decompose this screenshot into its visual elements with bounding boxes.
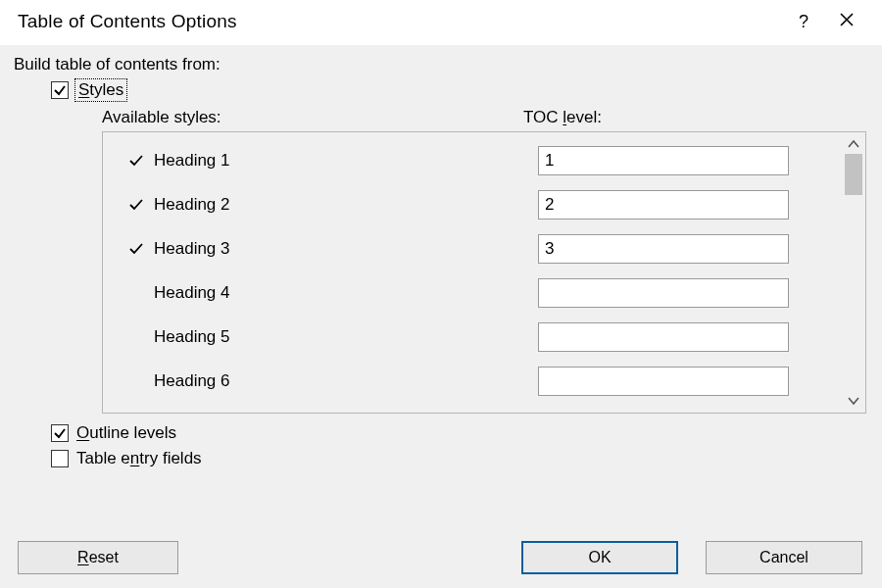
style-row: Heading 1 bbox=[122, 138, 822, 182]
dialog-footer: Reset OK Cancel bbox=[0, 535, 882, 588]
close-icon bbox=[839, 12, 855, 32]
toc-level-header: TOC level: bbox=[523, 108, 602, 127]
check-icon bbox=[53, 426, 67, 440]
styles-checkbox-label: Styles bbox=[76, 80, 125, 100]
style-row: Heading 4 bbox=[122, 270, 822, 315]
lower-options: Outline levels Table entry fields bbox=[51, 423, 866, 474]
style-used-check bbox=[122, 199, 150, 211]
check-icon bbox=[129, 243, 143, 255]
style-name: Heading 2 bbox=[150, 195, 538, 215]
scroll-down-icon[interactable] bbox=[848, 391, 859, 411]
cancel-button[interactable]: Cancel bbox=[706, 541, 862, 574]
styles-checkbox-row[interactable]: Styles bbox=[51, 80, 866, 100]
outline-levels-checkbox[interactable] bbox=[51, 424, 69, 442]
style-used-check bbox=[122, 243, 150, 255]
style-name: Heading 3 bbox=[150, 239, 538, 259]
outline-levels-label: Outline levels bbox=[76, 423, 176, 443]
reset-button[interactable]: Reset bbox=[18, 541, 178, 574]
style-name: Heading 1 bbox=[150, 151, 538, 171]
styles-checkbox[interactable] bbox=[51, 81, 69, 99]
check-icon bbox=[129, 199, 143, 211]
style-row: Heading 3 bbox=[122, 226, 822, 270]
styles-list-body: Heading 1 Heading 2 Heading 3 Heading 4 bbox=[103, 132, 842, 413]
styles-list: Heading 1 Heading 2 Heading 3 Heading 4 bbox=[102, 131, 866, 414]
table-entry-fields-checkbox[interactable] bbox=[51, 450, 69, 467]
check-icon bbox=[53, 83, 67, 97]
style-row: Heading 6 bbox=[122, 359, 822, 403]
help-icon: ? bbox=[799, 12, 808, 32]
style-name: Heading 4 bbox=[150, 283, 538, 303]
build-from-label: Build table of contents from: bbox=[14, 55, 866, 74]
toc-options-dialog: Table of Contents Options ? Build table … bbox=[0, 0, 882, 588]
outline-levels-row[interactable]: Outline levels bbox=[51, 423, 866, 443]
style-used-check bbox=[122, 155, 150, 167]
dialog-title: Table of Contents Options bbox=[18, 11, 782, 32]
style-name: Heading 6 bbox=[150, 371, 538, 391]
titlebar: Table of Contents Options ? bbox=[0, 0, 882, 45]
toc-level-input[interactable] bbox=[538, 322, 789, 352]
table-entry-fields-row[interactable]: Table entry fields bbox=[51, 449, 866, 468]
scroll-thumb[interactable] bbox=[845, 154, 862, 195]
toc-level-input[interactable] bbox=[538, 278, 789, 308]
scroll-up-icon[interactable] bbox=[848, 134, 859, 154]
style-row: Heading 5 bbox=[122, 315, 822, 359]
help-button[interactable]: ? bbox=[782, 8, 825, 35]
toc-level-input[interactable] bbox=[538, 190, 789, 220]
table-entry-fields-label: Table entry fields bbox=[76, 449, 202, 468]
style-row: Heading 2 bbox=[122, 182, 822, 226]
dialog-body: Build table of contents from: Styles Ava… bbox=[0, 45, 882, 535]
toc-level-input[interactable] bbox=[538, 367, 789, 396]
list-headers: Available styles: TOC level: bbox=[102, 108, 866, 127]
toc-level-input[interactable] bbox=[538, 234, 789, 264]
available-styles-header: Available styles: bbox=[102, 108, 523, 127]
style-name: Heading 5 bbox=[150, 327, 538, 347]
ok-button[interactable]: OK bbox=[521, 541, 678, 574]
close-button[interactable] bbox=[825, 8, 868, 35]
styles-scrollbar[interactable] bbox=[842, 132, 865, 413]
check-icon bbox=[129, 155, 143, 167]
toc-level-input[interactable] bbox=[538, 146, 789, 175]
scroll-track[interactable] bbox=[842, 154, 865, 391]
